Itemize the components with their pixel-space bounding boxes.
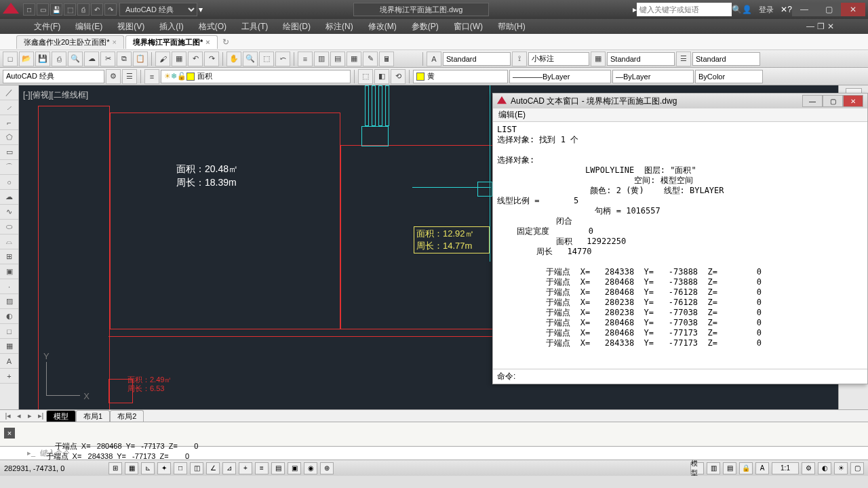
workspace-menu-icon[interactable]: ▾ <box>199 5 203 14</box>
layer-mgr-icon[interactable]: ≡ <box>144 69 159 84</box>
infocenter-icon[interactable]: 🔍 <box>732 5 742 14</box>
copy-icon[interactable]: ⧉ <box>117 52 132 66</box>
ellipse-icon[interactable]: ⬭ <box>0 220 18 235</box>
text-window-body[interactable]: LIST 选择对象: 找到 1 个 选择对象: LWPOLYLINE 图层: "… <box>493 122 867 369</box>
publish-icon[interactable]: ☁ <box>84 52 99 66</box>
tab-next-icon[interactable]: ▸ <box>24 411 35 420</box>
workspace-dropdown[interactable]: AutoCAD 经典 <box>119 3 197 16</box>
gradient-icon[interactable]: ◐ <box>0 309 18 324</box>
cleanscreen-icon[interactable]: ▢ <box>850 462 864 474</box>
block-icon[interactable]: ▦ <box>172 52 186 66</box>
markup-icon[interactable]: ✎ <box>363 52 378 66</box>
ws-switch-icon[interactable]: ⚙ <box>802 462 815 474</box>
tw-close-button[interactable]: ✕ <box>843 95 863 107</box>
color-combo[interactable]: 黄 <box>413 70 508 83</box>
doc-minimize-icon[interactable]: — <box>806 22 814 31</box>
tab-last-icon[interactable]: ▸| <box>35 411 46 420</box>
osnap-icon[interactable]: □ <box>174 462 187 474</box>
lwt-icon[interactable]: ≡ <box>255 462 269 474</box>
model-space-button[interactable]: 模型 <box>690 462 704 474</box>
layer-states-icon[interactable]: ⬚ <box>358 69 373 84</box>
tab-history-icon[interactable]: ↻ <box>219 37 233 47</box>
coordinates[interactable]: 282931, -74731, 0 <box>4 464 106 472</box>
minimize-button[interactable]: — <box>792 3 816 16</box>
qp-icon[interactable]: ▣ <box>288 462 301 474</box>
new-icon[interactable]: □ <box>3 52 18 66</box>
line-icon[interactable]: ／ <box>0 85 18 100</box>
dimstyle-icon[interactable]: ⟟ <box>512 52 527 66</box>
polygon-icon[interactable]: ⬠ <box>0 130 18 145</box>
qat-plot-icon[interactable]: ⎙ <box>77 3 90 16</box>
zoom-rt-icon[interactable]: 🔍 <box>243 52 258 66</box>
doc-tab-1[interactable]: 境界梅江平面施工图*× <box>125 35 218 49</box>
cmd-close-icon[interactable]: × <box>4 428 15 439</box>
arc-icon[interactable]: ⌒ <box>0 160 18 175</box>
toolpalette-icon[interactable]: ▤ <box>330 52 345 66</box>
dimstyle-dropdown[interactable]: 小标注 <box>528 52 589 66</box>
tab-prev-icon[interactable]: ◂ <box>14 411 24 420</box>
ws-settings-icon[interactable]: ⚙ <box>106 69 121 84</box>
menu-view[interactable]: 视图(V) <box>117 21 144 33</box>
hw-accel-icon[interactable]: ◐ <box>818 462 831 474</box>
pline-icon[interactable]: ⌐ <box>0 115 18 130</box>
polar-icon[interactable]: ✦ <box>157 462 171 474</box>
ortho-icon[interactable]: ⊾ <box>141 462 155 474</box>
text-window[interactable]: AutoCAD 文本窗口 - 境界梅江平面施工图.dwg — ▢ ✕ 编辑(E)… <box>492 93 868 384</box>
insert-icon[interactable]: ⊞ <box>0 249 18 264</box>
ducs-icon[interactable]: ⊿ <box>222 462 236 474</box>
tw-minimize-button[interactable]: — <box>802 95 823 107</box>
matchprop-icon[interactable]: 🖌 <box>155 52 170 66</box>
help-icon[interactable]: ? <box>787 5 792 14</box>
rectangle-icon[interactable]: ▭ <box>0 145 18 160</box>
snap-icon[interactable]: ⊞ <box>108 462 122 474</box>
menu-format[interactable]: 格式(O) <box>199 21 226 33</box>
help-search-input[interactable] <box>637 3 732 16</box>
annovis-icon[interactable]: A <box>755 462 769 474</box>
redo-icon[interactable]: ↷ <box>204 52 219 66</box>
tab-layout2[interactable]: 布局2 <box>110 410 144 422</box>
dyn-icon[interactable]: + <box>239 462 252 474</box>
qat-new-icon[interactable]: □ <box>23 3 35 16</box>
qat-save-icon[interactable]: 💾 <box>50 3 62 16</box>
mtext-icon[interactable]: A <box>0 354 18 369</box>
qcalc-icon[interactable]: 🖩 <box>379 52 394 66</box>
dcenter-icon[interactable]: ▥ <box>314 52 329 66</box>
linetype-combo[interactable]: ———— ByLayer <box>509 70 611 83</box>
block-icon[interactable]: ▣ <box>0 264 18 279</box>
qat-open-icon[interactable]: ▭ <box>37 3 49 16</box>
doc-close-icon[interactable]: ✕ <box>827 22 834 31</box>
menu-dimension[interactable]: 标注(N) <box>326 21 353 33</box>
menu-parametric[interactable]: 参数(P) <box>412 21 439 33</box>
exchange-icon[interactable]: ✕ <box>781 5 787 14</box>
tablestyle-dropdown[interactable]: Standard <box>607 52 675 66</box>
sc-icon[interactable]: ◉ <box>304 462 317 474</box>
table-icon[interactable]: ▦ <box>0 339 18 354</box>
maximize-button[interactable]: ▢ <box>816 3 841 16</box>
menu-insert[interactable]: 插入(I) <box>159 21 183 33</box>
plotstyle-combo[interactable]: ByColor <box>695 70 763 83</box>
circle-icon[interactable]: ○ <box>0 175 18 190</box>
xline-icon[interactable]: ⟋ <box>0 100 18 115</box>
mlstyle-dropdown[interactable]: Standard <box>692 52 760 66</box>
spline-icon[interactable]: ∿ <box>0 205 18 220</box>
tablestyle-icon[interactable]: ▦ <box>591 52 606 66</box>
menu-help[interactable]: 帮助(H) <box>498 21 526 33</box>
annoscale-icon[interactable]: 🔒 <box>739 462 753 474</box>
qat-redo-icon[interactable]: ↷ <box>104 3 117 16</box>
zoom-prev-icon[interactable]: ⤺ <box>275 52 290 66</box>
login-link[interactable]: 登录 <box>759 5 774 15</box>
layer-combo[interactable]: ☀ ❄ 🔓 面积 <box>161 70 351 83</box>
grid-icon[interactable]: ▦ <box>125 462 138 474</box>
textstyle-icon[interactable]: A <box>427 52 441 66</box>
doc-tab-0[interactable]: 张鑫鑫作业20主卧立面图*× <box>16 35 124 49</box>
am-icon[interactable]: ⊕ <box>320 462 334 474</box>
textstyle-dropdown[interactable]: Standard <box>443 52 511 66</box>
pan-icon[interactable]: ✋ <box>226 52 241 66</box>
lineweight-combo[interactable]: — ByLayer <box>612 70 694 83</box>
cut-icon[interactable]: ✂ <box>100 52 115 66</box>
plot-icon[interactable]: ⎙ <box>52 52 66 66</box>
menu-modify[interactable]: 修改(M) <box>368 21 397 33</box>
app-logo-icon[interactable] <box>3 3 19 16</box>
mlstyle-icon[interactable]: ☰ <box>676 52 691 66</box>
menu-window[interactable]: 窗口(W) <box>454 21 483 33</box>
